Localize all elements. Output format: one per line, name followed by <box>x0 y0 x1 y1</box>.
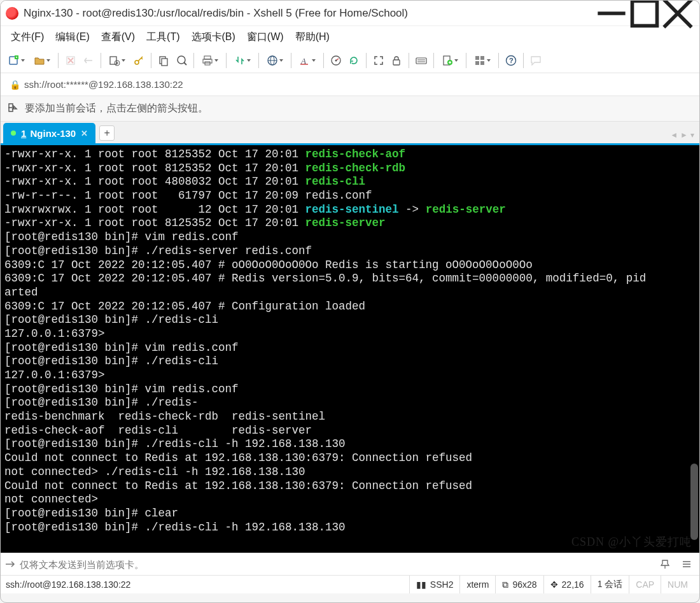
window-controls <box>595 1 694 25</box>
status-sessions: 1 会话 <box>591 576 629 593</box>
terminal-line: redis-benchmark redis-check-rdb redis-se… <box>4 410 696 424</box>
terminal-output[interactable]: -rwxr-xr-x. 1 root root 8125352 Oct 17 2… <box>1 145 699 553</box>
close-button[interactable] <box>661 1 694 25</box>
help-button[interactable]: ? <box>503 52 519 69</box>
maximize-button[interactable] <box>628 1 661 25</box>
terminal-line: [root@redis130 bin]# ./redis- <box>4 396 696 410</box>
globe-button[interactable] <box>263 52 287 69</box>
tabstrip: 1 Nginx-130 ✕ + ◄ ► ▾ <box>1 122 699 143</box>
toolbar-separator <box>409 53 409 68</box>
hint-add-icon[interactable] <box>7 102 18 116</box>
toolbar-separator <box>226 53 227 68</box>
status-address: ssh://root@192.168.138.130:22 <box>6 579 409 590</box>
svg-rect-29 <box>480 56 484 60</box>
tab-close-icon[interactable]: ✕ <box>81 129 88 138</box>
svg-rect-23 <box>416 58 426 64</box>
terminal-line: Could not connect to Redis at 192.168.13… <box>4 479 696 493</box>
status-caps: CAP <box>629 576 661 593</box>
svg-rect-22 <box>393 60 400 65</box>
cursor-icon: ✥ <box>550 579 558 590</box>
toolbar-separator <box>433 53 434 68</box>
dropdown-caret-icon <box>454 59 458 62</box>
copy-button[interactable] <box>155 52 172 69</box>
svg-rect-13 <box>204 56 211 59</box>
toolbar-separator <box>466 53 466 68</box>
send-input[interactable] <box>20 559 656 570</box>
menu-item-2[interactable]: 查看(V) <box>96 28 140 46</box>
menu-item-0[interactable]: 文件(F) <box>6 28 49 46</box>
new-session-button[interactable] <box>4 52 29 69</box>
print-button[interactable] <box>198 52 222 69</box>
terminal-line: 127.0.0.1:6379> <box>4 369 696 383</box>
grid-button[interactable] <box>470 52 494 69</box>
toolbar-separator <box>498 53 499 68</box>
menu-item-3[interactable]: 工具(T) <box>141 28 185 46</box>
terminal-line: [root@redis130 bin]# ./redis-cli -h 192.… <box>4 521 696 535</box>
svg-rect-7 <box>110 57 116 64</box>
tab-number: 1 <box>21 128 26 139</box>
status-ssh: ▮▮SSH2 <box>409 576 460 593</box>
status-num: NUM <box>661 576 694 593</box>
terminal-line: [root@redis130 bin]# vim redis.conf <box>4 341 696 355</box>
titlebar: Nginx-130 - root@redis130:/usr/local/red… <box>1 1 699 26</box>
chat-button <box>528 52 544 69</box>
dropdown-caret-icon <box>247 59 251 62</box>
terminal-scrollbar[interactable] <box>690 464 698 540</box>
text-style-button[interactable]: A <box>295 52 319 69</box>
minimize-button[interactable] <box>595 1 628 25</box>
maximize-icon <box>628 0 661 30</box>
dropdown-caret-icon <box>279 59 283 62</box>
disconnect-button <box>80 52 97 69</box>
properties-button[interactable] <box>105 52 129 69</box>
tab-prev-icon[interactable]: ◄ <box>670 131 678 139</box>
keyboard-button[interactable] <box>413 52 430 69</box>
address-chip[interactable]: 🔒 ssh://root:******@192.168.138.130:22 <box>3 76 190 92</box>
tab-menu-icon[interactable]: ▾ <box>690 131 694 139</box>
tab-nav: ◄ ► ▾ <box>670 131 694 143</box>
paste-button[interactable] <box>173 52 190 69</box>
address-bar: 🔒 ssh://root:******@192.168.138.130:22 <box>1 73 699 96</box>
address-text: ssh://root:******@192.168.138.130:22 <box>24 79 183 90</box>
terminal-line: 6309:C 17 Oct 2022 20:12:05.407 # Config… <box>4 300 696 314</box>
terminal-line: arted <box>4 286 696 300</box>
toolbar-separator <box>151 53 151 68</box>
new-file-button[interactable] <box>438 52 462 69</box>
terminal-line: not connected> <box>4 493 696 507</box>
menu-item-5[interactable]: 窗口(W) <box>242 28 289 46</box>
tab-label: Nginx-130 <box>31 128 76 139</box>
transfer-button[interactable] <box>230 52 255 69</box>
menu-item-1[interactable]: 编辑(E) <box>50 28 94 46</box>
refresh-button[interactable] <box>346 52 362 69</box>
send-bar <box>1 553 699 576</box>
terminal-line: lrwxrwxrwx. 1 root root 12 Oct 17 20:01 … <box>4 203 696 217</box>
open-session-button[interactable] <box>30 52 54 69</box>
terminal-line: Could not connect to Redis at 192.168.13… <box>4 451 696 465</box>
terminal-line: [root@redis130 bin]# ./redis-server redi… <box>4 245 696 259</box>
send-icon[interactable] <box>1 559 20 569</box>
status-size: ⧉96x28 <box>495 576 543 593</box>
tab-add-button[interactable]: + <box>99 125 115 141</box>
svg-rect-1 <box>633 1 657 25</box>
toolbar-separator <box>523 53 524 68</box>
send-menu-button[interactable] <box>678 556 696 572</box>
menu-item-4[interactable]: 选项卡(B) <box>186 28 241 46</box>
terminal-line: [root@redis130 bin]# ./redis-cli <box>4 355 696 369</box>
dashboard-button[interactable] <box>328 52 344 69</box>
svg-rect-14 <box>203 59 212 63</box>
toolbar-separator <box>323 53 324 68</box>
svg-rect-11 <box>162 59 167 66</box>
terminal-line: 6309:C 17 Oct 2022 20:12:05.407 # Redis … <box>4 272 696 286</box>
fullscreen-button[interactable] <box>370 52 387 69</box>
keygen-button[interactable] <box>130 52 147 69</box>
send-pin-button[interactable] <box>656 556 674 572</box>
terminal-line: [root@redis130 bin]# ./redis-cli <box>4 313 696 327</box>
svg-rect-31 <box>480 61 484 65</box>
toolbar-separator <box>366 53 367 68</box>
toolbar-separator <box>258 53 259 68</box>
menu-item-6[interactable]: 帮助(H) <box>290 28 335 46</box>
minimize-icon <box>595 0 628 30</box>
lock-button[interactable] <box>388 52 405 69</box>
tab-next-icon[interactable]: ► <box>680 131 688 139</box>
tab-nginx-130[interactable]: 1 Nginx-130 ✕ <box>3 123 95 143</box>
app-icon <box>6 7 18 20</box>
